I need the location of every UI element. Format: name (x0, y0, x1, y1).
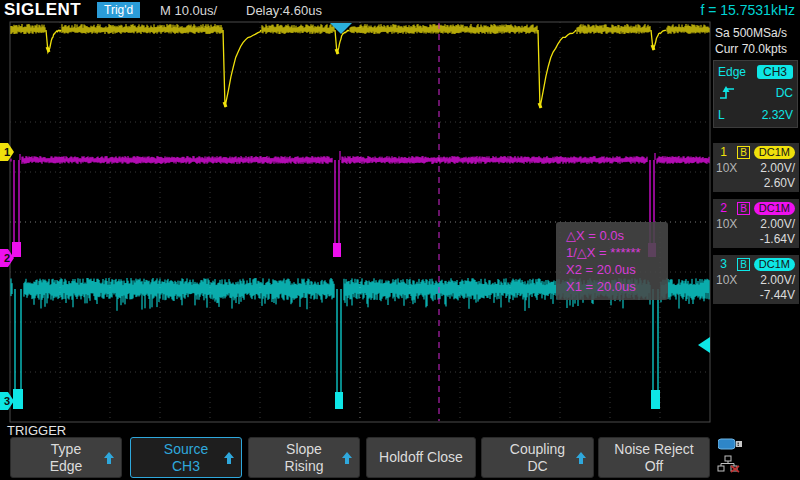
oscilloscope-screen: 123 SIGLENT Trig'd M 10.0us/ Delay:4.60u… (0, 0, 800, 480)
svg-text:2: 2 (4, 252, 10, 264)
trigger-type: Edge (718, 65, 746, 79)
waveform-display: 123 (0, 0, 712, 423)
channel3-offset: -7.44V (760, 288, 795, 302)
trigger-source-badge: CH3 (757, 65, 793, 79)
channel1-scale: 2.00V/ (760, 161, 795, 175)
sample-rate: Sa 500MSa/s (715, 26, 787, 40)
right-sidebar: Sa 500MSa/s Curr 70.0kpts Edge CH3 DC L … (712, 21, 800, 423)
cursor-dx: △X = 0.0s (566, 227, 668, 244)
menu-button-coupling[interactable]: Coupling DC (481, 437, 594, 478)
cursor-inv-dx: 1/△X = ****** (566, 244, 668, 261)
channel2-probe: 10X (716, 217, 737, 231)
menu-button-slope[interactable]: Slope Rising (248, 437, 360, 478)
channel3-probe: 10X (716, 273, 737, 287)
trigger-level-label: L (718, 108, 725, 122)
channel1-info-box: 1 B DC1M 10X 2.00V/ 2.60V (713, 143, 799, 192)
up-arrow-icon (342, 452, 352, 464)
trigger-level-value: 2.32V (762, 108, 793, 122)
channel2-coupling-badge: DC1M (754, 202, 795, 215)
trigger-coupling: DC (776, 86, 793, 100)
channel3-info-box: 3 B DC1M 10X 2.00V/ -7.44V (713, 255, 799, 304)
channel2-bw-badge: B (737, 202, 750, 215)
trigger-info-panel: Edge CH3 DC L 2.32V (713, 60, 798, 128)
up-arrow-icon (104, 452, 114, 464)
soft-menu-bar: TRIGGER Type Edge Source CH3 Slope Risin… (0, 423, 800, 480)
usb-icon (718, 437, 744, 451)
up-arrow-icon (224, 452, 234, 464)
top-status-bar: SIGLENT Trig'd M 10.0us/ Delay:4.60us f … (0, 0, 800, 21)
cursor-x2: X2 = 20.0us (566, 261, 668, 278)
svg-text:3: 3 (4, 395, 10, 407)
channel1-offset: 2.60V (764, 176, 795, 190)
channel3-scale: 2.00V/ (760, 273, 795, 287)
up-arrow-icon (576, 452, 586, 464)
channel2-offset: -1.64V (760, 232, 795, 246)
channel2-scale: 2.00V/ (760, 217, 795, 231)
channel1-bw-badge: B (737, 146, 750, 159)
brand-logo: SIGLENT (4, 0, 81, 20)
channel3-coupling-badge: DC1M (754, 258, 795, 271)
channel2-info-box: 2 B DC1M 10X 2.00V/ -1.64V (713, 199, 799, 248)
cursor-x1: X1 = 20.0us (566, 278, 668, 295)
trigger-status-badge: Trig'd (97, 2, 140, 18)
channel1-number: 1 (716, 145, 731, 159)
rising-edge-icon (718, 86, 736, 100)
channel3-bw-badge: B (737, 258, 750, 271)
menu-button-noise-reject[interactable]: Noise Reject Off (598, 437, 710, 478)
memory-depth: Curr 70.0kpts (715, 42, 787, 56)
menu-button-source[interactable]: Source CH3 (130, 437, 242, 478)
trigger-delay-readout: Delay:4.60us (246, 3, 322, 18)
channel1-probe: 10X (716, 161, 737, 175)
menu-button-holdoff[interactable]: Holdoff Close (366, 437, 476, 478)
channel2-number: 2 (716, 201, 731, 215)
frequency-counter: f = 15.7531kHz (700, 2, 795, 18)
timebase-readout: M 10.0us/ (160, 3, 217, 18)
menu-button-type[interactable]: Type Edge (10, 437, 122, 478)
svg-text:1: 1 (4, 146, 10, 158)
cursor-info-box: △X = 0.0s 1/△X = ****** X2 = 20.0us X1 =… (556, 222, 668, 300)
channel3-number: 3 (716, 257, 731, 271)
channel1-coupling-badge: DC1M (754, 146, 795, 159)
menu-title: TRIGGER (7, 423, 66, 438)
lan-icon (717, 455, 743, 473)
